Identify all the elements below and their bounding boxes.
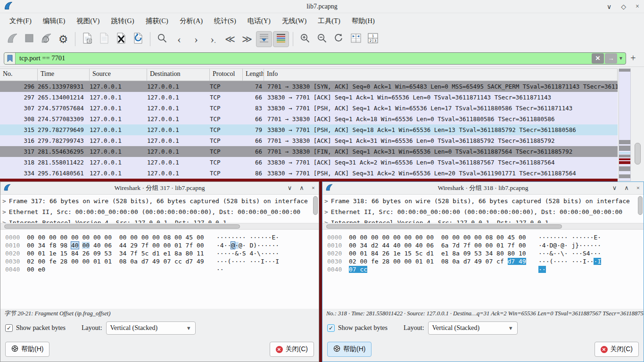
start-capture-button[interactable] bbox=[4, 31, 20, 47]
intelligent-scrollbar-minimap[interactable] bbox=[619, 68, 631, 181]
hex-line[interactable]: 002000 01 84 26 1e 15 5c d1 e1 8a 09 53 … bbox=[327, 249, 644, 257]
save-file-button[interactable] bbox=[96, 31, 112, 47]
find-packet-button[interactable] bbox=[154, 31, 170, 47]
layout-select[interactable]: Vertical (Stacked)▼ bbox=[428, 321, 518, 335]
hex-line[interactable]: 000000 00 00 00 00 00 00 00 00 00 00 00 … bbox=[327, 233, 644, 241]
packet-row-315[interactable]: 315279.782779649127.0.0.1127.0.0.1TCP793… bbox=[0, 124, 618, 135]
layout-select[interactable]: Vertical (Stacked)▼ bbox=[106, 321, 196, 335]
column-length[interactable]: Length bbox=[243, 69, 264, 81]
column-protocol[interactable]: Protocol bbox=[210, 69, 243, 81]
hex-line[interactable]: 004007 cc·· bbox=[327, 265, 644, 273]
maximize-icon[interactable]: ∧ bbox=[624, 184, 629, 192]
packet-row-334[interactable]: 334295.761480561127.0.0.1127.0.0.1TCP863… bbox=[0, 168, 618, 179]
hex-line[interactable]: 000000 00 00 00 00 00 00 00 00 00 00 00 … bbox=[5, 233, 319, 241]
display-filter-input[interactable] bbox=[16, 53, 591, 64]
close-file-button[interactable] bbox=[113, 31, 129, 47]
expander-icon[interactable]: > bbox=[2, 219, 6, 223]
packet-row-297[interactable]: 297265.134001214127.0.0.1127.0.0.1TCP663… bbox=[0, 92, 618, 103]
horizontal-scrollbar[interactable] bbox=[0, 223, 319, 230]
close-button[interactable]: ✕关闭(C) bbox=[594, 342, 639, 357]
packet-row-308[interactable]: 308274.577083309127.0.0.1127.0.0.1TCP667… bbox=[0, 114, 618, 124]
auto-scroll-button[interactable] bbox=[256, 31, 272, 47]
tree-item[interactable]: >Internet Protocol Version 4, Src: 127.0… bbox=[2, 217, 312, 223]
stop-capture-button[interactable] bbox=[21, 31, 37, 47]
menu-item-9[interactable]: 工具(T) bbox=[313, 15, 345, 27]
column-no[interactable]: No. bbox=[0, 69, 38, 81]
open-file-button[interactable] bbox=[79, 31, 95, 47]
show-packet-bytes-checkbox[interactable]: ✓ bbox=[5, 324, 13, 332]
horizontal-scrollbar[interactable] bbox=[322, 223, 644, 230]
zoom-out-button[interactable] bbox=[314, 31, 330, 47]
column-destination[interactable]: Destination bbox=[147, 69, 210, 81]
expander-icon[interactable]: > bbox=[324, 208, 328, 215]
menu-item-4[interactable]: 捕获(C) bbox=[141, 15, 173, 27]
reload-file-button[interactable] bbox=[130, 31, 146, 47]
filter-apply-icon[interactable]: → bbox=[605, 53, 617, 64]
tree-item[interactable]: >Frame 318: 66 bytes on wire (528 bits),… bbox=[324, 196, 637, 206]
packet-row-307[interactable]: 307274.577057684127.0.0.1127.0.0.1TCP833… bbox=[0, 103, 618, 114]
column-source[interactable]: Source bbox=[90, 69, 147, 81]
packet-row-318[interactable]: 318281.558011422127.0.0.1127.0.0.1TCP663… bbox=[0, 157, 618, 168]
close-icon[interactable]: × bbox=[636, 184, 640, 192]
tree-item[interactable]: >Frame 317: 66 bytes on wire (528 bits),… bbox=[2, 196, 312, 206]
minimize-icon[interactable]: ∨ bbox=[612, 184, 617, 192]
expander-icon[interactable]: > bbox=[324, 197, 328, 205]
zoom-reset-button[interactable] bbox=[331, 31, 347, 47]
restart-capture-button[interactable] bbox=[38, 31, 54, 47]
menu-item-8[interactable]: 无线(W) bbox=[277, 15, 311, 27]
menu-item-1[interactable]: 编辑(E) bbox=[38, 15, 70, 27]
maximize-icon[interactable]: ∧ bbox=[299, 184, 304, 192]
tree-scrollbar-thumb[interactable] bbox=[638, 196, 643, 215]
tree-scrollbar-thumb[interactable] bbox=[313, 196, 318, 215]
menu-item-7[interactable]: 电话(Y) bbox=[243, 15, 275, 27]
zoom-in-button[interactable] bbox=[297, 31, 313, 47]
colorize-packets-button[interactable] bbox=[273, 31, 289, 47]
filter-add-button[interactable]: + bbox=[626, 53, 640, 64]
show-packet-bytes-checkbox[interactable]: ✓ bbox=[327, 324, 335, 332]
scrollbar-thumb[interactable] bbox=[635, 143, 641, 165]
hex-line[interactable]: 001000 34 d2 44 40 00 40 06 6a 7d 7f 00 … bbox=[327, 241, 644, 249]
filter-bookmark-icon[interactable] bbox=[4, 53, 16, 64]
help-button[interactable]: 帮助(H) bbox=[5, 342, 50, 357]
expander-icon[interactable]: > bbox=[2, 197, 6, 205]
hex-line[interactable]: 004000 e0·· bbox=[5, 265, 319, 273]
go-to-packet-button[interactable]: ›. bbox=[205, 31, 221, 47]
column-time[interactable]: Time bbox=[38, 69, 90, 81]
filter-dropdown-icon[interactable]: ▼ bbox=[617, 53, 625, 64]
close-icon[interactable]: × bbox=[312, 184, 315, 192]
expander-icon[interactable]: > bbox=[2, 208, 6, 215]
packet-row-316[interactable]: 316279.782799743127.0.0.1127.0.0.1TCP667… bbox=[0, 135, 618, 146]
hex-line[interactable]: 001000 34 f8 98 40 00 40 06 44 29 7f 00 … bbox=[5, 241, 319, 249]
go-first-packet-button[interactable]: ≪ bbox=[222, 31, 238, 47]
menu-item-6[interactable]: 统计(S) bbox=[209, 15, 241, 27]
tree-item[interactable]: >Internet Protocol Version 4, Src: 127.0… bbox=[324, 217, 637, 223]
layout-chooser-button[interactable]: 123 bbox=[365, 31, 381, 47]
menu-item-10[interactable]: 帮助(H) bbox=[347, 15, 380, 27]
close-icon[interactable]: × bbox=[636, 3, 639, 10]
expander-icon[interactable]: > bbox=[324, 219, 328, 223]
tree-item[interactable]: >Ethernet II, Src: 00:00:00_00:00:00 (00… bbox=[2, 206, 312, 217]
help-button[interactable]: 帮助(H) bbox=[327, 342, 372, 357]
packet-row-317[interactable]: 317281.554636295127.0.0.1127.0.0.1TCP667… bbox=[0, 146, 618, 157]
minimize-icon[interactable]: ∨ bbox=[607, 3, 611, 11]
filter-clear-icon[interactable]: ✕ bbox=[592, 53, 604, 64]
go-next-packet-button[interactable]: › bbox=[188, 31, 204, 47]
resize-columns-button[interactable] bbox=[348, 31, 364, 47]
close-button[interactable]: ✕关闭(C) bbox=[270, 342, 314, 357]
hex-line[interactable]: 002000 01 1e 15 84 26 09 53 34 7f 5c d1 … bbox=[5, 249, 319, 257]
go-previous-packet-button[interactable]: ‹ bbox=[171, 31, 187, 47]
minimize-icon[interactable]: ∨ bbox=[288, 184, 292, 192]
tree-item[interactable]: >Ethernet II, Src: 00:00:00_00:00:00 (00… bbox=[324, 206, 637, 217]
maximize-icon[interactable]: ◇ bbox=[621, 3, 626, 11]
capture-options-button[interactable]: ⚙ bbox=[55, 31, 71, 47]
go-last-packet-button[interactable]: ≫ bbox=[239, 31, 255, 47]
hex-line[interactable]: 003002 00 fe 28 00 00 01 01 08 0a d7 49 … bbox=[327, 257, 644, 265]
menu-item-5[interactable]: 分析(A) bbox=[175, 15, 207, 27]
packet-row-296[interactable]: 296265.133978931127.0.0.1127.0.0.1TCP747… bbox=[0, 81, 618, 92]
menu-item-0[interactable]: 文件(F) bbox=[5, 15, 36, 27]
menu-item-3[interactable]: 跳转(G) bbox=[106, 15, 139, 27]
horizontal-scrollbar-thumb[interactable] bbox=[326, 224, 562, 229]
menu-item-2[interactable]: 视图(V) bbox=[72, 15, 104, 27]
column-info[interactable]: Info bbox=[264, 69, 618, 81]
horizontal-scrollbar-thumb[interactable] bbox=[4, 224, 240, 229]
